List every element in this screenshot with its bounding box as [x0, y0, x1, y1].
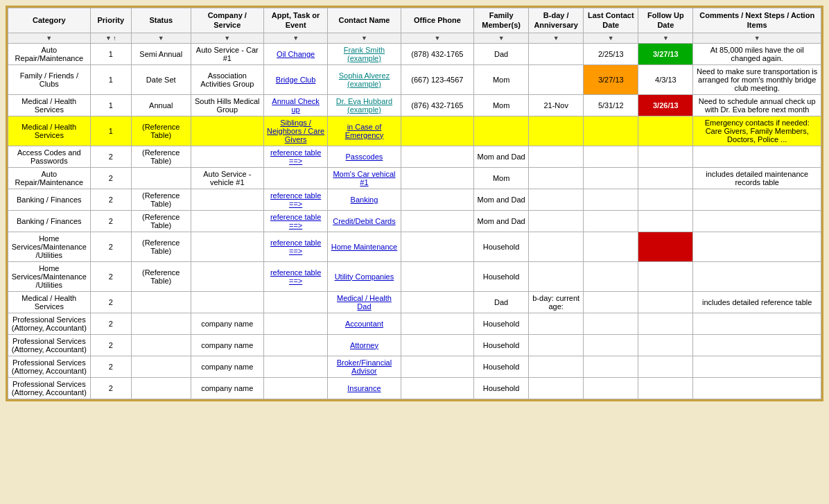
- table-cell[interactable]: reference table ==>: [263, 261, 327, 291]
- table-cell: [584, 291, 638, 313]
- table-cell[interactable]: Attorney: [328, 334, 401, 356]
- table-cell: [638, 146, 693, 167]
- table-cell: [638, 189, 693, 210]
- table-row: Banking / Finances2(Reference Table)refe…: [8, 189, 821, 210]
- table-cell: company name: [191, 334, 263, 356]
- filter-arrow-contact[interactable]: ▼: [361, 35, 367, 42]
- table-cell[interactable]: Mom's Car vehical #1: [328, 167, 401, 189]
- table-cell: (876) 432-7165: [401, 94, 473, 116]
- table-cell[interactable]: reference table ==>: [263, 210, 327, 232]
- filter-arrow-appt[interactable]: ▼: [293, 35, 299, 42]
- table-cell: 21-Nov: [529, 94, 584, 116]
- table-row: Medical / Health Services1(Reference Tab…: [8, 116, 821, 146]
- filter-arrow-category[interactable]: ▼: [46, 35, 52, 42]
- filter-bday[interactable]: ▼: [529, 33, 584, 43]
- filter-phone[interactable]: ▼: [401, 33, 473, 43]
- table-cell[interactable]: Oil Change: [263, 43, 327, 64]
- table-cell[interactable]: Sophia Alverez (example): [328, 64, 401, 94]
- filter-appt[interactable]: ▼: [263, 33, 327, 43]
- table-cell: [401, 334, 473, 356]
- table-cell: [693, 261, 821, 291]
- table-cell: Medical / Health Services: [8, 116, 91, 146]
- table-cell: [529, 232, 584, 261]
- table-cell[interactable]: Home Maintenance: [328, 232, 401, 261]
- table-cell: [529, 377, 584, 399]
- table-cell: [401, 189, 473, 210]
- filter-company[interactable]: ▼: [191, 33, 263, 43]
- table-cell: Professional Services (Attorney, Account…: [8, 377, 91, 399]
- table-cell[interactable]: Banking: [328, 189, 401, 210]
- table-cell[interactable]: Insurance: [328, 377, 401, 399]
- table-cell: [584, 261, 638, 291]
- table-cell: Mom and Dad: [474, 146, 529, 167]
- table-cell: [529, 210, 584, 232]
- table-cell: 2: [90, 313, 131, 334]
- table-cell: [584, 116, 638, 146]
- table-cell: [693, 356, 821, 377]
- table-cell[interactable]: reference table ==>: [263, 146, 327, 167]
- filter-arrow-priority[interactable]: ▼: [105, 35, 112, 42]
- table-cell: 3/27/13: [638, 43, 693, 64]
- filter-arrow-bday[interactable]: ▼: [553, 35, 559, 42]
- table-cell[interactable]: Medical / Health Dad: [328, 291, 401, 313]
- table-cell[interactable]: Frank Smith (example): [328, 43, 401, 64]
- table-cell: [584, 356, 638, 377]
- table-cell: 2: [90, 291, 131, 313]
- table-cell: [529, 356, 584, 377]
- table-cell: [693, 210, 821, 232]
- table-cell[interactable]: Siblings / Neighbors / Care Givers: [263, 116, 327, 146]
- table-cell: 2: [90, 334, 131, 356]
- table-cell: Medical / Health Services: [8, 291, 91, 313]
- table-cell: Professional Services (Attorney, Account…: [8, 313, 91, 334]
- table-cell: Household: [474, 377, 529, 399]
- table-cell: 1: [90, 94, 131, 116]
- filter-arrow-lastcontact[interactable]: ▼: [608, 35, 614, 42]
- table-cell[interactable]: Accountant: [328, 313, 401, 334]
- table-cell[interactable]: Broker/Financial Advisor: [328, 356, 401, 377]
- table-cell: b-day: current age:: [529, 291, 584, 313]
- filter-arrow-followup[interactable]: ▼: [663, 35, 669, 42]
- filter-lastcontact[interactable]: ▼: [584, 33, 638, 43]
- filter-arrow-family[interactable]: ▼: [498, 35, 505, 42]
- table-cell: company name: [191, 356, 263, 377]
- table-cell[interactable]: Passcodes: [328, 146, 401, 167]
- table-cell[interactable]: in Case of Emergency: [328, 116, 401, 146]
- filter-arrow-company[interactable]: ▼: [224, 35, 230, 42]
- filter-contact[interactable]: ▼: [328, 33, 401, 43]
- filter-followup[interactable]: ▼: [638, 33, 693, 43]
- table-cell: 2: [90, 146, 131, 167]
- table-cell: [584, 167, 638, 189]
- table-cell[interactable]: Annual Check up: [263, 94, 327, 116]
- table-cell[interactable]: Credit/Debit Cards: [328, 210, 401, 232]
- table-cell: Mom: [474, 167, 529, 189]
- table-cell[interactable]: Dr. Eva Hubbard (example): [328, 94, 401, 116]
- filter-family[interactable]: ▼: [474, 33, 529, 43]
- filter-status[interactable]: ▼: [131, 33, 191, 43]
- table-cell[interactable]: reference table ==>: [263, 189, 327, 210]
- table-cell[interactable]: Bridge Club: [263, 64, 327, 94]
- header-status: Status: [131, 8, 191, 33]
- filter-category[interactable]: ▼: [8, 33, 91, 43]
- table-cell: [474, 116, 529, 146]
- table-cell: Auto Repair/Maintenance: [8, 43, 91, 64]
- table-cell: Annual: [131, 94, 191, 116]
- header-priority: Priority: [90, 8, 131, 33]
- table-cell: 2: [90, 232, 131, 261]
- table-cell[interactable]: Utility Companies: [328, 261, 401, 291]
- table-cell: Home Services/Maintenance/Utilities: [8, 261, 91, 291]
- table-cell: Medical / Health Services: [8, 94, 91, 116]
- table-cell: At 85,000 miles have the oil changed aga…: [693, 43, 821, 64]
- table-cell: [693, 377, 821, 399]
- table-cell[interactable]: reference table ==>: [263, 232, 327, 261]
- filter-priority[interactable]: ▼↑: [90, 33, 131, 43]
- filter-arrow-phone[interactable]: ▼: [434, 35, 440, 42]
- filter-arrow-comments[interactable]: ▼: [754, 35, 760, 42]
- filter-comments[interactable]: ▼: [693, 33, 821, 43]
- table-cell: 2/25/13: [584, 43, 638, 64]
- header-comments: Comments / Next Steps / Action Items: [693, 8, 821, 33]
- table-cell: [401, 232, 473, 261]
- table-cell: Professional Services (Attorney, Account…: [8, 356, 91, 377]
- filter-arrow-status[interactable]: ▼: [158, 35, 164, 42]
- table-cell: [401, 261, 473, 291]
- table-cell: [401, 291, 473, 313]
